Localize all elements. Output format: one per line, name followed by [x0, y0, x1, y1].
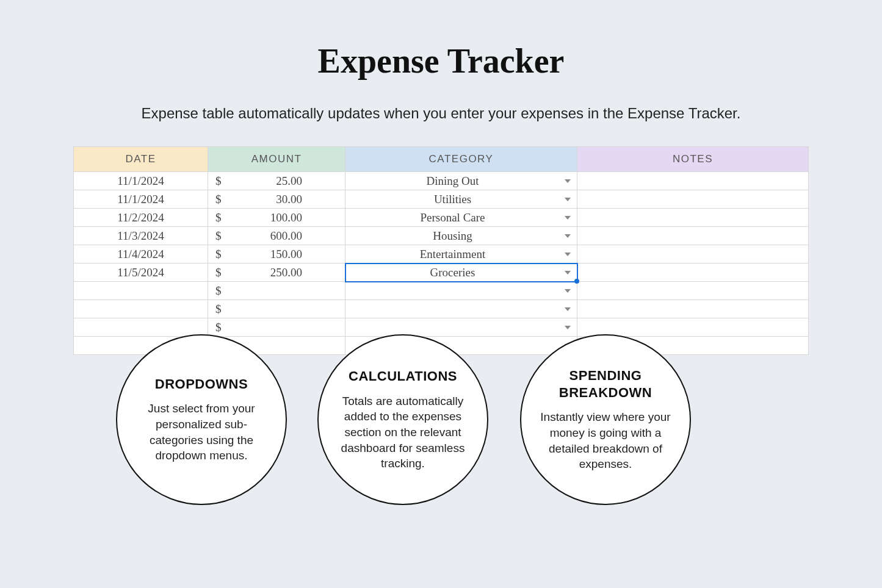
currency-symbol: $ — [214, 284, 222, 298]
amount-cell[interactable]: $30.00 — [208, 190, 345, 209]
expense-table: DATE AMOUNT CATEGORY NOTES 11/1/2024$25.… — [73, 146, 809, 355]
table-row: $ — [74, 282, 809, 300]
category-value: Entertainment — [420, 248, 486, 260]
notes-cell[interactable] — [577, 172, 809, 190]
amount-cell[interactable]: $ — [208, 318, 345, 337]
feature-title: DROPDOWNS — [155, 376, 248, 393]
feature-calculations: CALCULATIONS Totals are automatically ad… — [317, 334, 488, 505]
currency-symbol: $ — [214, 193, 222, 206]
currency-symbol: $ — [214, 266, 222, 279]
currency-symbol: $ — [214, 303, 222, 316]
amount-value — [302, 284, 339, 298]
table-row: 11/5/2024$250.00Groceries — [74, 264, 809, 282]
chevron-down-icon — [565, 216, 571, 220]
category-value: Personal Care — [420, 211, 485, 224]
feature-body: Totals are automatically added to the ex… — [337, 393, 469, 471]
amount-value: 30.00 — [276, 193, 339, 206]
category-value: Dining Out — [426, 174, 479, 187]
notes-cell[interactable] — [577, 282, 809, 300]
header-notes: NOTES — [577, 147, 809, 172]
currency-symbol: $ — [214, 211, 222, 224]
date-cell[interactable]: 11/3/2024 — [74, 227, 208, 245]
amount-value: 150.00 — [270, 248, 339, 261]
category-dropdown[interactable] — [345, 318, 577, 337]
amount-value — [302, 321, 339, 334]
amount-value — [302, 303, 339, 316]
notes-cell[interactable] — [577, 209, 809, 227]
amount-value — [302, 339, 339, 353]
category-dropdown[interactable] — [345, 282, 577, 300]
chevron-down-icon — [565, 253, 571, 256]
feature-dropdowns: DROPDOWNS Just select from your personal… — [116, 334, 287, 505]
chevron-down-icon — [565, 307, 571, 311]
notes-cell[interactable] — [577, 245, 809, 264]
category-value: Groceries — [430, 266, 475, 279]
page-title: Expense Tracker — [0, 41, 882, 81]
table-row: 11/1/2024$30.00Utilities — [74, 190, 809, 209]
date-cell[interactable] — [74, 318, 208, 337]
notes-cell[interactable] — [577, 227, 809, 245]
category-value: Utilities — [434, 193, 471, 206]
category-dropdown[interactable]: Utilities — [345, 190, 577, 209]
date-cell[interactable] — [74, 300, 208, 318]
table-row: $ — [74, 300, 809, 318]
notes-cell[interactable] — [577, 300, 809, 318]
amount-cell[interactable]: $100.00 — [208, 209, 345, 227]
chevron-down-icon — [565, 289, 571, 293]
date-cell[interactable]: 11/5/2024 — [74, 264, 208, 282]
category-dropdown[interactable]: Personal Care — [345, 209, 577, 227]
chevron-down-icon — [565, 234, 571, 238]
date-cell[interactable]: 11/1/2024 — [74, 190, 208, 209]
notes-cell[interactable] — [577, 190, 809, 209]
category-dropdown[interactable]: Dining Out — [345, 172, 577, 190]
table-row: 11/2/2024$100.00Personal Care — [74, 209, 809, 227]
currency-symbol: $ — [214, 229, 222, 243]
page-subtitle: Expense table automatically updates when… — [0, 105, 882, 122]
amount-cell[interactable]: $ — [208, 300, 345, 318]
amount-cell[interactable]: $ — [208, 282, 345, 300]
chevron-down-icon — [565, 179, 571, 183]
chevron-down-icon — [565, 198, 571, 201]
amount-cell[interactable]: $150.00 — [208, 245, 345, 264]
date-cell[interactable]: 11/4/2024 — [74, 245, 208, 264]
amount-cell[interactable]: $600.00 — [208, 227, 345, 245]
notes-cell[interactable] — [577, 318, 809, 337]
feature-body: Just select from your personalized sub-c… — [136, 401, 267, 464]
table-row: 11/4/2024$150.00Entertainment — [74, 245, 809, 264]
header-date: DATE — [74, 147, 208, 172]
notes-cell[interactable] — [577, 264, 809, 282]
date-cell[interactable]: 11/2/2024 — [74, 209, 208, 227]
header-category: CATEGORY — [345, 147, 577, 172]
chevron-down-icon — [565, 326, 571, 329]
category-dropdown[interactable]: Housing — [345, 227, 577, 245]
feature-body: Instantly view where your money is going… — [540, 409, 671, 472]
date-cell[interactable] — [74, 282, 208, 300]
feature-spending-breakdown: SPENDING BREAKDOWN Instantly view where … — [520, 334, 691, 505]
feature-title: SPENDING BREAKDOWN — [540, 367, 671, 401]
category-dropdown[interactable] — [345, 300, 577, 318]
table-row: 11/1/2024$25.00Dining Out — [74, 172, 809, 190]
amount-value: 100.00 — [270, 211, 339, 224]
category-value: Housing — [433, 229, 472, 242]
currency-symbol: $ — [214, 174, 222, 188]
feature-title: CALCULATIONS — [349, 368, 457, 385]
header-amount: AMOUNT — [208, 147, 345, 172]
currency-symbol: $ — [214, 321, 222, 334]
category-dropdown[interactable]: Groceries — [345, 264, 577, 282]
table-row: 11/3/2024$600.00Housing — [74, 227, 809, 245]
chevron-down-icon — [565, 271, 571, 274]
table-row: $ — [74, 318, 809, 337]
category-dropdown[interactable]: Entertainment — [345, 245, 577, 264]
date-cell[interactable]: 11/1/2024 — [74, 172, 208, 190]
amount-value: 250.00 — [270, 266, 339, 279]
table-header-row: DATE AMOUNT CATEGORY NOTES — [74, 147, 809, 172]
amount-cell[interactable]: $250.00 — [208, 264, 345, 282]
amount-cell[interactable]: $25.00 — [208, 172, 345, 190]
amount-value: 600.00 — [270, 229, 339, 243]
currency-symbol: $ — [214, 248, 222, 261]
amount-value: 25.00 — [276, 174, 339, 188]
